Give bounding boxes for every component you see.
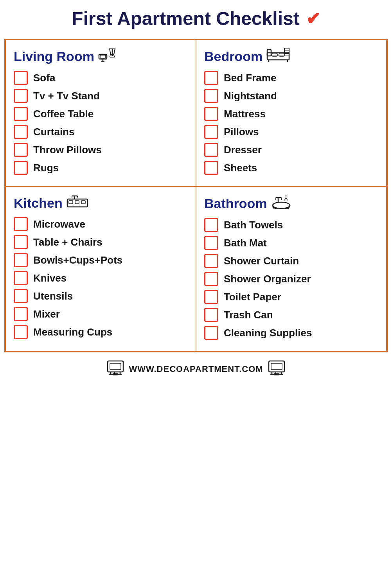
checkbox-bath-towels[interactable] [204,218,218,232]
bathroom-item-bath-towels: Bath Towels [204,218,378,232]
checkbox-shower-organizer[interactable] [204,272,218,286]
checkbox-toilet-paper[interactable] [204,290,218,304]
item-label: Microwave [33,218,85,230]
bathroom-icon [271,194,291,212]
checkbox-microwave[interactable] [14,217,28,231]
bathroom-label: Bathroom [204,196,267,211]
item-label: Utensils [33,290,73,302]
bathroom-item-cleaning-supplies: Cleaning Supplies [204,326,378,340]
item-label: Pillows [224,126,259,138]
page-title: First Apartment Checklist ✔ [72,8,320,29]
kitchen-icon [67,194,88,212]
bedroom-section: Bedroom [196,40,387,186]
checkbox-rugs[interactable] [14,161,28,175]
checkbox-cleaning-supplies[interactable] [204,326,218,340]
svg-point-27 [273,202,290,208]
title-checkmark-icon: ✔ [306,9,320,29]
bedroom-item-mattress: Mattress [204,107,378,121]
living-room-header: Living Room [14,47,188,65]
bathroom-header: Bathroom [204,194,378,212]
item-label: Bowls+Cups+Pots [33,254,122,266]
svg-rect-8 [110,56,115,57]
item-label: Dresser [224,144,262,156]
bathroom-item-shower-organizer: Shower Organizer [204,272,378,286]
item-label: Sheets [224,162,257,174]
living-room-item-curtains: Curtains [14,125,188,139]
living-room-label: Living Room [14,49,94,64]
bedroom-icon [266,47,290,65]
kitchen-item-bowls: Bowls+Cups+Pots [14,253,188,267]
footer-url: WWW.DECOAPARTMENT.COM [129,364,263,374]
checkbox-nightstand[interactable] [204,89,218,103]
checkbox-bath-mat[interactable] [204,236,218,250]
living-room-item-coffee-table: Coffee Table [14,107,188,121]
item-label: Shower Organizer [224,273,311,285]
item-label: Sofa [33,72,55,84]
checkbox-coffee-table[interactable] [14,107,28,121]
checkbox-mattress[interactable] [204,107,218,121]
item-label: Bath Towels [224,219,283,231]
item-label: Cleaning Supplies [224,327,312,339]
living-room-item-sofa: Sofa [14,71,188,85]
item-label: Measuring Cups [33,326,112,338]
bathroom-item-bath-mat: Bath Mat [204,236,378,250]
svg-rect-41 [110,363,121,370]
bathroom-item-trash-can: Trash Can [204,308,378,322]
checkbox-trash-can[interactable] [204,308,218,322]
bathroom-item-shower-curtain: Shower Curtain [204,254,378,268]
svg-rect-48 [271,363,282,370]
kitchen-item-table-chairs: Table + Chairs [14,235,188,249]
checkbox-measuring-cups[interactable] [14,325,28,339]
item-label: Rugs [33,162,59,174]
bedroom-item-dresser: Dresser [204,143,378,157]
svg-line-39 [288,208,289,209]
item-label: Bath Mat [224,237,267,249]
svg-rect-19 [69,201,73,204]
checkbox-knives[interactable] [14,271,28,285]
main-grid: Living Room Sofa [4,39,388,352]
item-label: Trash Can [224,309,273,321]
item-label: Knives [33,272,67,284]
bedroom-item-sheets: Sheets [204,161,378,175]
footer: WWW.DECOAPARTMENT.COM [107,360,285,378]
kitchen-item-utensils: Utensils [14,289,188,303]
checkbox-tv[interactable] [14,89,28,103]
item-label: Shower Curtain [224,255,299,267]
item-label: Toilet Paper [224,291,281,303]
item-label: Tv + Tv Stand [33,90,100,102]
checkbox-sofa[interactable] [14,71,28,85]
item-label: Curtains [33,126,74,138]
living-room-section: Living Room Sofa [5,40,196,186]
living-room-item-rugs: Rugs [14,161,188,175]
item-label: Throw Pillows [33,144,102,156]
checkbox-curtains[interactable] [14,125,28,139]
svg-rect-1 [100,55,106,58]
kitchen-section: Kitchen Micro [5,186,196,351]
kitchen-item-microwave: Microwave [14,217,188,231]
bedroom-item-bed-frame: Bed Frame [204,71,378,85]
kitchen-header: Kitchen [14,194,188,212]
checkbox-throw-pillows[interactable] [14,143,28,157]
kitchen-item-knives: Knives [14,271,188,285]
checkbox-pillows[interactable] [204,125,218,139]
item-label: Mixer [33,308,60,320]
item-label: Table + Chairs [33,236,102,248]
checkbox-dresser[interactable] [204,143,218,157]
checkbox-bed-frame[interactable] [204,71,218,85]
svg-rect-10 [267,56,289,60]
checkbox-utensils[interactable] [14,289,28,303]
bathroom-section: Bathroom [196,186,387,351]
kitchen-item-measuring-cups: Measuring Cups [14,325,188,339]
checkbox-bowls[interactable] [14,253,28,267]
checkbox-mixer[interactable] [14,307,28,321]
checkbox-shower-curtain[interactable] [204,254,218,268]
svg-rect-21 [81,201,85,204]
item-label: Mattress [224,108,266,120]
bathroom-item-toilet-paper: Toilet Paper [204,290,378,304]
svg-line-38 [273,208,274,209]
living-room-item-tv: Tv + Tv Stand [14,89,188,103]
bedroom-item-pillows: Pillows [204,125,378,139]
checkbox-table-chairs[interactable] [14,235,28,249]
checkbox-sheets[interactable] [204,161,218,175]
bedroom-item-nightstand: Nightstand [204,89,378,103]
